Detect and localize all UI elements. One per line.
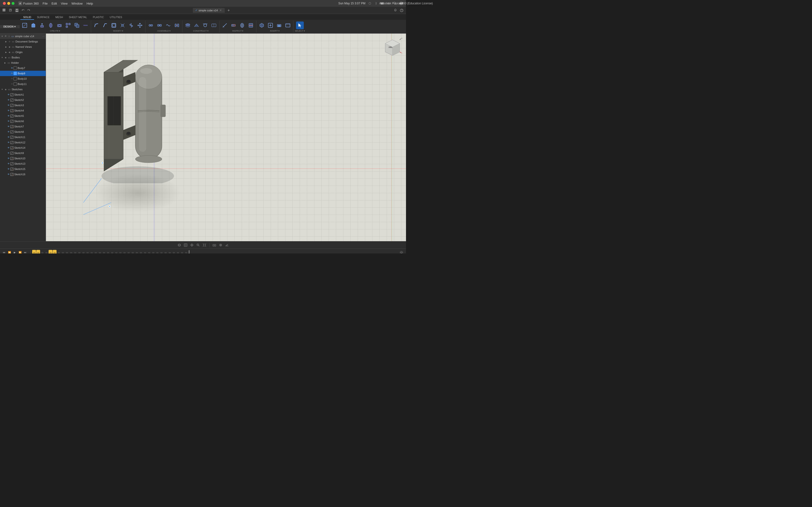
timeline-item-10[interactable]: ▭ bbox=[69, 250, 73, 254]
menu-window[interactable]: Window bbox=[71, 2, 83, 5]
tree-sketch6[interactable]: 👁 Sketch6 bbox=[0, 119, 46, 124]
menu-help[interactable]: Help bbox=[87, 2, 93, 5]
fillet-tool[interactable] bbox=[93, 21, 100, 29]
timeline-item-15[interactable]: ▭ bbox=[90, 250, 94, 254]
visual-style-icon[interactable] bbox=[218, 243, 223, 247]
timeline-item-31[interactable]: ▭ bbox=[155, 250, 159, 254]
sketch14-eye[interactable]: 👁 bbox=[7, 146, 10, 150]
mac-close-button[interactable] bbox=[3, 2, 6, 5]
timeline-item-21[interactable]: ▭ bbox=[114, 250, 118, 254]
timeline-item-22[interactable]: ▭ bbox=[118, 250, 122, 254]
design-dropdown[interactable]: DESIGN ▾ bbox=[0, 25, 19, 28]
display-mode-icon[interactable] bbox=[212, 243, 217, 247]
insert-group-label[interactable]: INSERT ▾ bbox=[270, 30, 280, 32]
timeline-item-6[interactable]: ▭ bbox=[53, 250, 57, 254]
menu-view[interactable]: View bbox=[61, 2, 68, 5]
named-views-arrow[interactable] bbox=[4, 45, 8, 49]
timeline-item-32[interactable]: ▭ bbox=[159, 250, 163, 254]
align-tool[interactable] bbox=[128, 21, 135, 29]
midplane-tool[interactable] bbox=[210, 21, 218, 29]
motion-tool[interactable] bbox=[164, 21, 172, 29]
tree-sketch14[interactable]: 👁 ! Sketch14 bbox=[0, 145, 46, 151]
sketch6-eye[interactable]: 👁 bbox=[7, 119, 10, 123]
new-tab-button[interactable]: + bbox=[226, 8, 231, 13]
viewport-3d[interactable]: FRONT Z X bbox=[46, 34, 406, 241]
tree-sketch10[interactable]: 👁 ! Sketch10 bbox=[0, 156, 46, 161]
rigid-group-tool[interactable] bbox=[156, 21, 163, 29]
more-create-tool[interactable] bbox=[82, 21, 89, 29]
timeline-item-20[interactable]: ▭ bbox=[110, 250, 114, 254]
move-tool[interactable] bbox=[136, 21, 144, 29]
insert-mesh-tool[interactable] bbox=[258, 21, 266, 29]
tree-body11[interactable]: 👁 Body11 bbox=[0, 81, 46, 87]
decal-tool[interactable] bbox=[275, 21, 283, 29]
sketch3-eye[interactable]: 👁 bbox=[7, 104, 10, 107]
pan-icon[interactable] bbox=[190, 243, 194, 247]
timeline-item-7[interactable]: ▭ bbox=[57, 250, 61, 254]
sketch13-eye[interactable]: 👁 bbox=[7, 162, 10, 165]
origin-arrow[interactable] bbox=[4, 50, 8, 54]
joint-tool[interactable] bbox=[147, 21, 155, 29]
interference-tool[interactable] bbox=[230, 21, 237, 29]
sketch8-eye[interactable]: 👁 bbox=[7, 130, 10, 133]
timeline-item-34[interactable]: ▭ bbox=[168, 250, 171, 254]
tab-sheet-metal[interactable]: SHEET METAL bbox=[66, 15, 90, 20]
tree-named-views[interactable]: ◉ ▭ Named Views bbox=[0, 44, 46, 50]
sketch10-eye[interactable]: 👁 bbox=[7, 157, 10, 160]
sketch7-eye[interactable]: 👁 bbox=[7, 125, 10, 128]
holder-arrow[interactable] bbox=[3, 61, 7, 64]
body11-eye[interactable]: 👁 bbox=[10, 82, 13, 86]
tree-doc-settings[interactable]: ⚙ ▭ Document Settings bbox=[0, 39, 46, 44]
environment-icon[interactable] bbox=[224, 243, 230, 247]
timeline-item-11[interactable]: ▭ bbox=[73, 250, 77, 254]
timeline-item-25[interactable]: ▭ bbox=[131, 250, 135, 254]
timeline-item-8[interactable]: ▭ bbox=[61, 250, 65, 254]
timeline-item-30[interactable]: ▭ bbox=[151, 250, 155, 254]
menu-file[interactable]: File bbox=[43, 2, 48, 5]
timeline-item-13[interactable]: ▭ bbox=[82, 250, 85, 254]
body7-eye[interactable]: 👁 bbox=[10, 66, 13, 70]
redo-icon[interactable] bbox=[26, 8, 31, 13]
timeline-item-16[interactable]: ▭ bbox=[94, 250, 98, 254]
timeline-item-9[interactable]: ▭ bbox=[65, 250, 69, 254]
grid-menu-icon[interactable] bbox=[2, 8, 7, 13]
timeline-settings-button[interactable] bbox=[399, 250, 404, 254]
extrude-tool[interactable] bbox=[38, 21, 46, 29]
sketch9-eye[interactable]: 👁 bbox=[7, 151, 10, 155]
new-file-icon[interactable] bbox=[8, 8, 13, 13]
tree-body9[interactable]: 👁 Body9 bbox=[0, 71, 46, 76]
root-dot-menu[interactable]: ⋯ bbox=[42, 35, 45, 38]
step-forward-button[interactable]: ⏩ bbox=[18, 250, 22, 254]
tree-sketch5[interactable]: 👁 Sketch5 bbox=[0, 113, 46, 119]
tree-sketch3[interactable]: 👁 Sketch3 bbox=[0, 103, 46, 108]
timeline-item-33[interactable]: ▭ bbox=[164, 250, 167, 254]
tree-bodies[interactable]: ◉ ▭ Bodies bbox=[0, 55, 46, 60]
tab-plastic[interactable]: PLASTIC bbox=[90, 15, 107, 20]
body9-eye[interactable]: 👁 bbox=[10, 72, 13, 75]
timeline-item-5[interactable]: ▭ bbox=[49, 250, 52, 254]
hole-tool[interactable] bbox=[56, 21, 63, 29]
sketch11-eye[interactable]: 👁 bbox=[7, 135, 10, 139]
tab-utilities[interactable]: UTILITIES bbox=[107, 15, 125, 20]
timeline-item-1[interactable]: ▭ bbox=[32, 250, 36, 254]
tree-holder[interactable]: ▭ Holder bbox=[0, 60, 46, 65]
timeline-item-18[interactable]: ▭ bbox=[102, 250, 106, 254]
timeline-item-37[interactable]: ▭ bbox=[180, 250, 184, 254]
body10-eye[interactable]: 👁 bbox=[10, 77, 13, 80]
zebra-tool[interactable] bbox=[238, 21, 246, 29]
sketch2-eye[interactable]: 👁 bbox=[7, 98, 10, 102]
construct-group-label[interactable]: CONSTRUCT ▾ bbox=[193, 30, 209, 32]
timeline-item-24[interactable]: ▭ bbox=[126, 250, 131, 254]
combine-tool[interactable] bbox=[73, 21, 81, 29]
timeline-item-4[interactable]: ▭ bbox=[45, 250, 48, 254]
tree-sketch4[interactable]: 👁 ! Sketch4 bbox=[0, 108, 46, 113]
timeline-item-2[interactable]: ▭ bbox=[36, 250, 40, 254]
tree-origin[interactable]: ◉ ▭ Origin bbox=[0, 50, 46, 55]
tab-solid[interactable]: SOLID bbox=[20, 15, 34, 20]
sketch1-eye[interactable]: 👁 bbox=[7, 93, 10, 96]
modify-group-label[interactable]: MODIFY ▾ bbox=[113, 30, 123, 32]
tree-sketch2[interactable]: 👁 Sketch2 bbox=[0, 97, 46, 103]
shell-tool[interactable] bbox=[110, 21, 118, 29]
angle-plane-tool[interactable] bbox=[193, 21, 200, 29]
tab-mesh[interactable]: MESH bbox=[52, 15, 66, 20]
